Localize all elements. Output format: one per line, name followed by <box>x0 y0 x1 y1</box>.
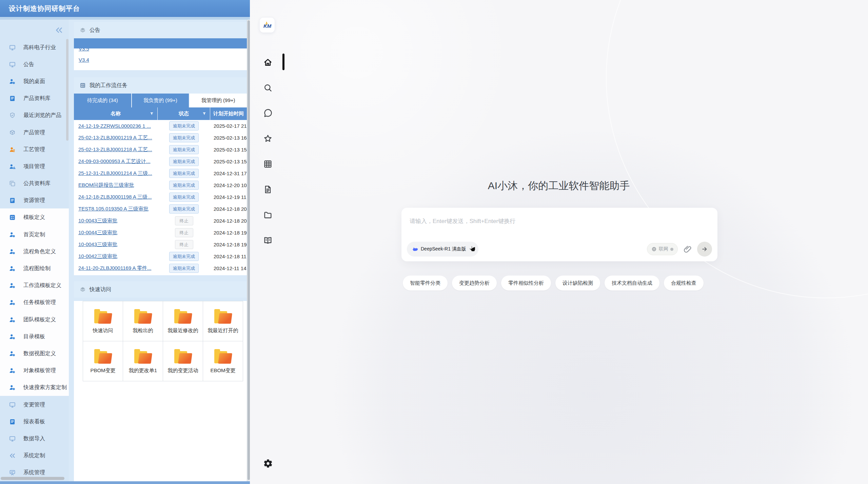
suggestion-chip[interactable]: 技术文档自动生成 <box>605 276 659 290</box>
table-row[interactable]: 10-0044三级审批 终止 2024-12-18 19 <box>74 227 247 239</box>
table-row[interactable]: 10-0042三级审批 逾期未完成 2024-12-18 11 <box>74 250 247 262</box>
sidebar-item[interactable]: 资源管理 <box>0 192 69 209</box>
task-name-link[interactable]: 25-02-13-ZLBJ0001218 A 工艺... <box>78 146 152 152</box>
table-row[interactable]: EBOM问题报告三级审批 逾期未完成 2024-12-20 10 <box>74 179 247 191</box>
rail-button[interactable] <box>263 83 273 93</box>
table-row[interactable]: TEST8.105.019350 A 三级审批 逾期未完成 2024-12-18… <box>74 203 247 215</box>
sidebar-item[interactable]: 我的桌面 <box>0 73 69 90</box>
task-name-link[interactable]: 24-12-18-ZLBJ0001198 A 三级... <box>78 194 152 200</box>
rail-button[interactable] <box>263 58 273 67</box>
funnel-icon[interactable] <box>150 112 154 116</box>
task-start-time: 2025-02-17 21 <box>210 123 247 129</box>
table-row[interactable]: 10-0043三级审批 终止 2024-12-18 20 <box>74 215 247 227</box>
sidebar-item[interactable]: 高科电子行业 <box>0 39 69 56</box>
rail-button[interactable] <box>263 185 273 194</box>
rail-button[interactable] <box>263 108 273 118</box>
quick-access-folder[interactable]: 我最近修改的 <box>163 301 203 341</box>
settings-button[interactable] <box>263 459 273 468</box>
sidebar-item[interactable]: 目录模板 <box>0 328 69 345</box>
sidebar-item[interactable]: 系统定制 <box>0 447 69 464</box>
task-name-link[interactable]: EBOM问题报告三级审批 <box>78 182 134 188</box>
funnel-icon[interactable] <box>202 112 206 116</box>
sidebar-item[interactable]: 公共资料库 <box>0 175 69 192</box>
task-name-link[interactable]: 24-09-03-0000953 A 工艺设计... <box>78 158 151 164</box>
sidebar-item[interactable]: 产品管理 <box>0 124 69 141</box>
sidebar-item[interactable]: 流程角色定义 <box>0 243 69 260</box>
km-logo[interactable]: KM <box>260 18 275 33</box>
sidebar-item-label: 高科电子行业 <box>23 44 56 51</box>
table-row[interactable]: 25-02-13-ZLBJ0001218 A 工艺... 逾期未完成 2025-… <box>74 144 247 156</box>
task-name-link[interactable]: TEST8.105.019350 A 三级审批 <box>78 206 149 211</box>
sidebar-item[interactable]: 报表看板 <box>0 413 69 430</box>
suggestion-chip[interactable]: 合规性检查 <box>664 276 704 290</box>
table-row[interactable]: 25-02-13-ZLBJ0001219 A 工艺... 逾期未完成 2025-… <box>74 132 247 144</box>
table-row[interactable]: 24-12-19-ZZRWSL0000236 1 ... 逾期未完成 2025-… <box>74 120 247 132</box>
sidebar-item[interactable]: 最近浏览的产品 <box>0 107 69 124</box>
suggestion-chip[interactable]: 智能零件分类 <box>403 276 448 290</box>
quick-access-folder[interactable]: 快速访问 <box>83 301 123 341</box>
sidebar-item[interactable]: 项目管理 <box>0 158 69 175</box>
rail-button[interactable] <box>263 236 273 245</box>
sidebar-item[interactable]: 数据导入 <box>0 430 69 447</box>
quick-access-folder[interactable]: PBOM变更 <box>83 341 123 381</box>
attach-button[interactable] <box>683 245 692 254</box>
table-row[interactable]: 24-11-20-ZLBJ0001169 A 零件... 逾期未完成 2024-… <box>74 262 247 274</box>
task-name-link[interactable]: 10-0043三级审批 <box>78 241 117 247</box>
task-name-link[interactable]: 10-0042三级审批 <box>78 253 117 259</box>
announcement-item[interactable] <box>74 38 247 48</box>
sidebar-item[interactable]: 工艺管理 <box>0 141 69 158</box>
task-tab[interactable]: 我负责的 (99+) <box>132 94 190 107</box>
sidebar-item[interactable]: 模板定义 <box>0 209 69 226</box>
sidebar-scrollbar-thumb[interactable] <box>66 39 68 141</box>
chat-input[interactable]: 请输入，Enter键发送，Shift+Enter键换行 <box>410 217 515 225</box>
sidebar-item[interactable]: 流程图绘制 <box>0 260 69 277</box>
sidebar-item[interactable]: 公告 <box>0 56 69 73</box>
sidebar-item[interactable]: 数据视图定义 <box>0 345 69 362</box>
task-name-link[interactable]: 25-02-13-ZLBJ0001219 A 工艺... <box>78 135 152 140</box>
sidebar-item[interactable]: 工作流模板定义 <box>0 277 69 294</box>
announcement-item[interactable]: V3.4 <box>74 55 247 63</box>
suggestion-chip[interactable]: 零件相似性分析 <box>501 276 551 290</box>
task-tab[interactable]: 待完成的 (34) <box>74 94 132 107</box>
web-search-toggle[interactable]: 联网 <box>647 243 678 255</box>
sidebar-item[interactable]: 首页定制 <box>0 226 69 243</box>
announcement-item[interactable]: V3.5 <box>74 48 247 55</box>
quick-access-folder[interactable]: 我最近打开的 <box>203 301 243 341</box>
task-name-link[interactable]: 24-11-20-ZLBJ0001169 A 零件... <box>78 265 151 271</box>
table-row[interactable]: 25-12-31-ZLBJ0001214 A 三级... 逾期未完成 2024-… <box>74 167 247 179</box>
task-name-link[interactable]: 10-0044三级审批 <box>78 229 117 235</box>
task-name-link[interactable]: 25-12-31-ZLBJ0001214 A 三级... <box>78 170 152 176</box>
announcement-link[interactable]: V3.4 <box>79 57 89 63</box>
quick-access-folder[interactable]: 我的变更活动 <box>163 341 203 381</box>
announcement-link[interactable]: V3.5 <box>79 48 89 52</box>
sidebar-item[interactable]: 变更管理 <box>0 396 69 413</box>
send-button[interactable] <box>697 242 712 257</box>
table-row[interactable]: 24-12-18-ZLBJ0001198 A 三级... 逾期未完成 2024-… <box>74 191 247 203</box>
sidebar-item[interactable]: 团队模板定义 <box>0 311 69 328</box>
table-row[interactable]: 逾期未完成 <box>74 274 247 275</box>
task-column-header[interactable]: 名称 <box>74 107 158 120</box>
task-column-header[interactable]: 状态 <box>158 107 210 120</box>
task-column-header[interactable]: 计划开始时间 <box>210 107 247 120</box>
quick-access-folder[interactable]: 我的更改单1 <box>123 341 163 381</box>
suggestion-chip[interactable]: 设计缺陷检测 <box>555 276 600 290</box>
task-name-link[interactable]: 24-12-19-ZZRWSL0000236 1 ... <box>78 123 151 129</box>
sidebar-item[interactable]: 任务模板管理 <box>0 294 69 311</box>
quick-access-folder[interactable]: EBOM变更 <box>203 341 243 381</box>
sidebar-collapse-button[interactable] <box>55 26 63 35</box>
sidebar-item[interactable]: 产品资料库 <box>0 90 69 107</box>
table-row[interactable]: 24-09-03-0000953 A 工艺设计... 逾期未完成 2025-02… <box>74 156 247 167</box>
sidebar-item[interactable]: 对象模板管理 <box>0 362 69 379</box>
quick-access-folder[interactable]: 我检出的 <box>123 301 163 341</box>
rail-button[interactable] <box>263 159 273 169</box>
rail-button[interactable] <box>263 134 273 143</box>
rail-button[interactable] <box>263 210 273 220</box>
suggestion-chip[interactable]: 变更趋势分析 <box>452 276 497 290</box>
model-selector[interactable]: DeepSeek-R1 满血版 <box>407 242 478 257</box>
table-row[interactable]: 10-0043三级审批 终止 2024-12-18 19 <box>74 239 247 250</box>
app-vertical-scrollbar[interactable] <box>247 20 250 481</box>
task-tab[interactable]: 我管理的 (99+) <box>190 94 247 107</box>
sidebar-horizontal-scrollbar[interactable] <box>1 477 64 480</box>
sidebar-item[interactable]: 快速搜索方案定制 <box>0 379 69 396</box>
task-name-link[interactable]: 10-0043三级审批 <box>78 218 117 223</box>
